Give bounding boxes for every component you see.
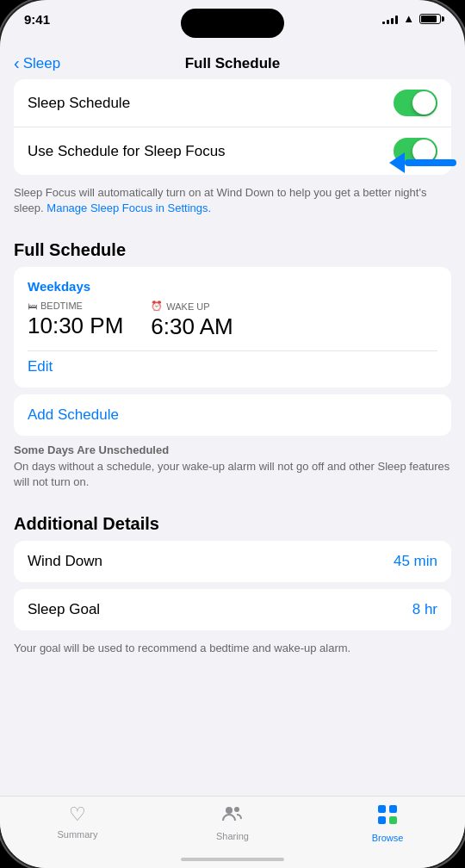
battery-icon xyxy=(419,14,441,24)
manage-focus-link[interactable]: Manage Sleep Focus in Settings. xyxy=(46,202,211,214)
bedtime-icon: 🛏 xyxy=(28,301,37,311)
wakeup-label: WAKE UP xyxy=(166,301,209,312)
edit-button[interactable]: Edit xyxy=(28,358,53,375)
unscheduled-note: Some Days Are Unscheduled On days withou… xyxy=(0,439,465,500)
sleep-focus-label: Use Schedule for Sleep Focus xyxy=(28,143,226,160)
add-schedule-card[interactable]: Add Schedule xyxy=(14,394,451,436)
svg-point-1 xyxy=(234,807,239,812)
page-title: Full Schedule xyxy=(185,55,281,72)
svg-rect-5 xyxy=(389,816,397,824)
bedtime-label-row: 🛏 BEDTIME xyxy=(28,301,123,311)
helper-text: Sleep Focus will automatically turn on a… xyxy=(0,182,465,226)
bedtime-block: 🛏 BEDTIME 10:30 PM xyxy=(28,301,123,340)
chevron-left-icon: ‹ xyxy=(14,54,20,71)
unscheduled-title: Some Days Are Unscheduled xyxy=(14,443,169,456)
back-label: Sleep xyxy=(23,55,60,72)
sharing-label: Sharing xyxy=(216,831,249,841)
status-bar: 9:41 ▲ xyxy=(0,0,465,46)
back-button[interactable]: ‹ Sleep xyxy=(14,55,60,72)
sleep-goal-value: 8 hr xyxy=(412,601,437,618)
arrow-head xyxy=(389,152,405,173)
svg-point-0 xyxy=(226,807,232,814)
toggle-thumb xyxy=(412,91,436,115)
signal-icon xyxy=(382,14,398,24)
home-indicator xyxy=(181,858,284,861)
sleep-schedule-row: Sleep Schedule xyxy=(14,79,451,127)
wifi-icon: ▲ xyxy=(403,12,414,25)
additional-details-title: Additional Details xyxy=(0,500,465,541)
wakeup-icon: ⏰ xyxy=(151,301,163,312)
sharing-icon xyxy=(222,803,243,828)
wind-down-label: Wind Down xyxy=(28,553,102,570)
sleep-schedule-toggle[interactable] xyxy=(394,90,437,116)
schedule-day: Weekdays xyxy=(28,279,437,294)
full-schedule-title: Full Schedule xyxy=(0,226,465,267)
summary-icon: ♡ xyxy=(69,803,86,826)
wakeup-block: ⏰ WAKE UP 6:30 AM xyxy=(151,301,232,340)
summary-label: Summary xyxy=(57,829,97,840)
svg-rect-4 xyxy=(378,816,386,824)
sleep-goal-footer: Your goal will be used to recommend a be… xyxy=(0,637,465,666)
browse-label: Browse xyxy=(372,833,404,843)
tab-summary[interactable]: ♡ Summary xyxy=(43,803,112,840)
add-schedule-button[interactable]: Add Schedule xyxy=(28,406,119,423)
status-time: 9:41 xyxy=(24,12,50,27)
status-icons: ▲ xyxy=(382,12,441,25)
browse-icon-container xyxy=(376,803,399,829)
unscheduled-body: On days without a schedule, your wake-up… xyxy=(14,460,450,488)
dynamic-island xyxy=(181,9,284,38)
sleep-goal-row[interactable]: Sleep Goal 8 hr xyxy=(14,589,451,630)
sleep-schedule-label: Sleep Schedule xyxy=(28,95,130,112)
tab-sharing[interactable]: Sharing xyxy=(198,803,267,841)
toggles-card: Sleep Schedule Use Schedule for Sleep Fo… xyxy=(14,79,451,175)
tab-browse[interactable]: Browse xyxy=(353,803,422,843)
wind-down-value: 45 min xyxy=(394,553,437,570)
schedule-card: Weekdays 🛏 BEDTIME 10:30 PM ⏰ WAKE UP 6:… xyxy=(14,267,451,388)
wind-down-row[interactable]: Wind Down 45 min xyxy=(14,541,451,582)
sleep-focus-row: Use Schedule for Sleep Focus xyxy=(14,127,451,175)
wakeup-label-row: ⏰ WAKE UP xyxy=(151,301,232,312)
schedule-times: 🛏 BEDTIME 10:30 PM ⏰ WAKE UP 6:30 AM xyxy=(28,301,437,340)
svg-rect-2 xyxy=(378,805,386,813)
svg-rect-3 xyxy=(389,805,397,813)
nav-bar: ‹ Sleep Full Schedule xyxy=(0,46,465,79)
wakeup-value: 6:30 AM xyxy=(151,313,232,340)
bedtime-label: BEDTIME xyxy=(40,301,83,311)
divider xyxy=(28,350,437,351)
arrow-line xyxy=(405,159,456,166)
arrow-annotation xyxy=(391,152,456,173)
sleep-goal-label: Sleep Goal xyxy=(28,601,100,618)
bedtime-value: 10:30 PM xyxy=(28,313,123,339)
